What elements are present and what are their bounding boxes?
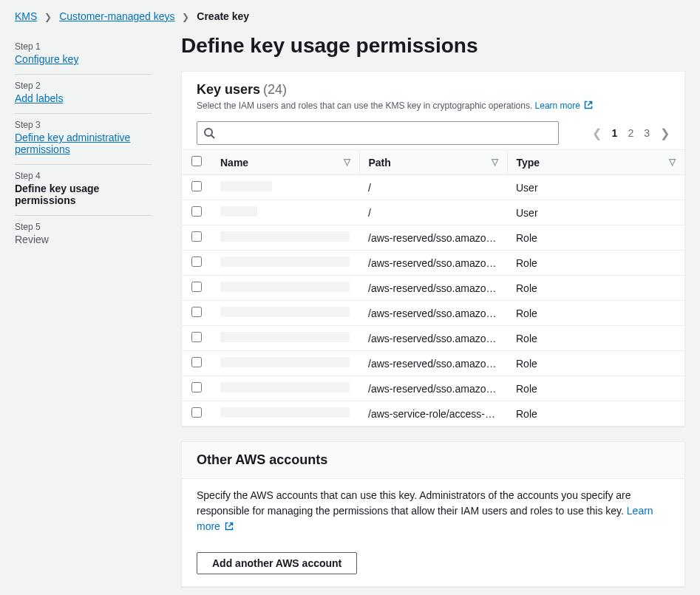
cell-type: Role xyxy=(507,376,684,401)
row-checkbox[interactable] xyxy=(191,307,202,317)
key-users-title: Key users xyxy=(197,82,260,97)
cell-type: Role xyxy=(507,276,684,301)
search-icon xyxy=(203,127,215,139)
cell-path: / xyxy=(359,175,507,200)
cell-type: User xyxy=(507,175,684,200)
cell-path: /aws-reserved/sso.amazonaws… xyxy=(359,251,507,276)
cell-type: Role xyxy=(507,401,684,426)
key-users-panel: Key users (24) Select the IAM users and … xyxy=(181,71,685,426)
other-accounts-panel: Other AWS accounts Specify the AWS accou… xyxy=(181,441,685,587)
redacted-name xyxy=(220,307,350,317)
wizard-nav: Step 1 Configure key Step 2 Add labels S… xyxy=(15,30,152,595)
step-title-upcoming: Review xyxy=(15,234,152,245)
row-checkbox[interactable] xyxy=(191,231,202,242)
redacted-name xyxy=(220,407,350,418)
wizard-step-1: Step 1 Configure key xyxy=(15,35,152,75)
wizard-step-5: Step 5 Review xyxy=(15,216,152,254)
pagination-page-1[interactable]: 1 xyxy=(612,127,618,139)
row-checkbox[interactable] xyxy=(191,357,202,367)
cell-path: /aws-reserved/sso.amazonaws… xyxy=(359,225,507,251)
sort-icon: ▽ xyxy=(344,157,350,167)
redacted-name xyxy=(220,206,257,217)
redacted-name xyxy=(220,231,350,242)
sort-icon: ▽ xyxy=(669,157,676,167)
column-header-type[interactable]: Type▽ xyxy=(507,150,684,175)
step-title-current: Define key usage permissions xyxy=(15,183,152,206)
table-row: /aws-service-role/access-analy…Role xyxy=(182,401,684,426)
key-users-desc: Select the IAM users and roles that can … xyxy=(197,101,670,111)
pagination-next[interactable]: ❯ xyxy=(660,126,670,140)
column-header-path[interactable]: Path▽ xyxy=(359,150,507,175)
table-row: /aws-reserved/sso.amazonaws…Role xyxy=(182,251,684,276)
table-row: /aws-reserved/sso.amazonaws…Role xyxy=(182,351,684,376)
cell-path: /aws-reserved/sso.amazonaws… xyxy=(359,301,507,326)
row-checkbox[interactable] xyxy=(191,282,202,292)
redacted-name xyxy=(220,181,272,191)
breadcrumb-root[interactable]: KMS xyxy=(15,10,37,22)
external-link-icon xyxy=(584,101,593,109)
step-link-add-labels[interactable]: Add labels xyxy=(15,92,63,104)
wizard-step-3: Step 3 Define key administrative permiss… xyxy=(15,114,152,165)
other-accounts-title: Other AWS accounts xyxy=(182,442,684,479)
redacted-name xyxy=(220,357,350,367)
redacted-name xyxy=(220,282,350,292)
pagination-page-3[interactable]: 3 xyxy=(644,127,650,139)
cell-path: /aws-service-role/access-analy… xyxy=(359,401,507,426)
breadcrumb-current: Create key xyxy=(197,10,249,22)
table-row: /aws-reserved/sso.amazonaws…Role xyxy=(182,376,684,401)
search-input[interactable] xyxy=(220,127,552,139)
table-row: /aws-reserved/sso.amazonaws…Role xyxy=(182,301,684,326)
pagination-page-2[interactable]: 2 xyxy=(628,127,633,139)
search-input-wrapper[interactable] xyxy=(197,121,559,145)
cell-type: User xyxy=(507,200,684,225)
redacted-name xyxy=(220,382,350,392)
cell-path: / xyxy=(359,200,507,225)
chevron-right-icon: ❯ xyxy=(182,12,189,22)
wizard-step-4: Step 4 Define key usage permissions xyxy=(15,165,152,216)
row-checkbox[interactable] xyxy=(191,382,202,392)
key-users-table: Name▽ Path▽ Type▽ /User/User/aws-reserve… xyxy=(182,149,684,426)
cell-type: Role xyxy=(507,251,684,276)
table-row: /aws-reserved/sso.amazonaws…Role xyxy=(182,276,684,301)
step-number: Step 1 xyxy=(15,41,152,52)
wizard-step-2: Step 2 Add labels xyxy=(15,75,152,114)
row-checkbox[interactable] xyxy=(191,181,202,191)
step-number: Step 2 xyxy=(15,81,152,91)
row-checkbox[interactable] xyxy=(191,407,202,418)
cell-path: /aws-reserved/sso.amazonaws… xyxy=(359,276,507,301)
cell-path: /aws-reserved/sso.amazonaws… xyxy=(359,376,507,401)
cell-type: Role xyxy=(507,351,684,376)
table-row: /aws-reserved/sso.amazonaws…Role xyxy=(182,225,684,251)
redacted-name xyxy=(220,332,350,342)
svg-point-0 xyxy=(205,129,212,136)
cell-path: /aws-reserved/sso.amazonaws… xyxy=(359,351,507,376)
cell-type: Role xyxy=(507,326,684,351)
row-checkbox[interactable] xyxy=(191,206,202,217)
breadcrumb-level2[interactable]: Customer-managed keys xyxy=(59,10,174,22)
add-account-button[interactable]: Add another AWS account xyxy=(197,552,357,574)
cell-type: Role xyxy=(507,225,684,251)
select-all-checkbox[interactable] xyxy=(191,156,202,166)
key-users-count: (24) xyxy=(263,82,287,97)
column-header-name[interactable]: Name▽ xyxy=(211,150,359,175)
external-link-icon xyxy=(225,522,234,531)
table-row: /User xyxy=(182,175,684,200)
cell-path: /aws-reserved/sso.amazonaws… xyxy=(359,326,507,351)
page-title: Define key usage permissions xyxy=(181,34,685,58)
step-number: Step 5 xyxy=(15,222,152,232)
learn-more-link[interactable]: Learn more xyxy=(535,101,594,111)
step-number: Step 4 xyxy=(15,171,152,181)
cell-type: Role xyxy=(507,301,684,326)
sort-icon: ▽ xyxy=(492,157,498,167)
pagination: ❮ 1 2 3 ❯ xyxy=(592,126,670,140)
table-row: /User xyxy=(182,200,684,225)
row-checkbox[interactable] xyxy=(191,332,202,342)
breadcrumb: KMS ❯ Customer-managed keys ❯ Create key xyxy=(0,0,700,30)
step-link-configure-key[interactable]: Configure key xyxy=(15,53,78,65)
chevron-right-icon: ❯ xyxy=(44,12,52,22)
step-number: Step 3 xyxy=(15,120,152,130)
pagination-prev[interactable]: ❮ xyxy=(592,126,602,140)
other-accounts-desc: Specify the AWS accounts that can use th… xyxy=(197,488,670,534)
step-link-admin-permissions[interactable]: Define key administrative permissions xyxy=(15,132,130,155)
row-checkbox[interactable] xyxy=(191,256,202,267)
